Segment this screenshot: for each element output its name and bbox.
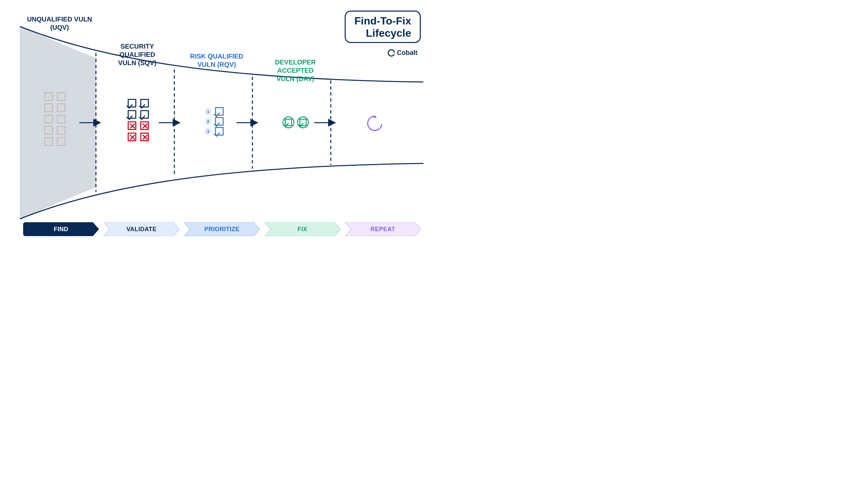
approved-icon — [297, 117, 309, 128]
brand-logo-icon — [388, 49, 395, 57]
approved-icon — [282, 117, 294, 128]
rqv-icons: 1 2 3 — [204, 106, 224, 137]
step-find: FIND — [23, 222, 99, 236]
heading-dav: DEVELOPER ACCEPTED VULN (DAV) — [261, 58, 330, 83]
uqv-grid-icon — [43, 91, 75, 147]
brand-name: Cobalt — [397, 49, 418, 57]
step-validate: VALIDATE — [104, 222, 179, 236]
heading-rqv: RISK QUALIFIED VULN (RQV) — [185, 52, 248, 69]
title-line2: Lifecycle — [354, 27, 411, 39]
diagram-root: Find-To-Fix Lifecycle Cobalt UNQUALIFIED… — [0, 0, 434, 250]
sqv-icons — [126, 98, 151, 143]
check-icon — [215, 117, 224, 126]
check-icon — [215, 107, 224, 116]
heading-sqv: SECURITY QUALIFIED VULN (SQV) — [103, 42, 172, 67]
step-repeat: REPEAT — [345, 222, 421, 236]
brand: Cobalt — [388, 49, 418, 57]
rank-badge: 3 — [204, 127, 212, 135]
title-line1: Find-To-Fix — [354, 15, 411, 27]
title-badge: Find-To-Fix Lifecycle — [345, 11, 421, 43]
heading-uqv: UNQUALIFIED VULN (UQV) — [26, 15, 93, 32]
rank-badge: 1 — [204, 108, 212, 115]
reject-icon — [126, 120, 151, 143]
step-prioritize: PRIORITIZE — [184, 222, 260, 236]
check-icon — [126, 98, 151, 120]
step-fix: FIX — [265, 222, 340, 236]
check-icon — [215, 127, 224, 136]
dav-icons — [282, 117, 309, 128]
rank-badge: 2 — [204, 118, 212, 125]
step-ribbons: FIND VALIDATE PRIORITIZE FIX REPEAT — [23, 222, 421, 236]
